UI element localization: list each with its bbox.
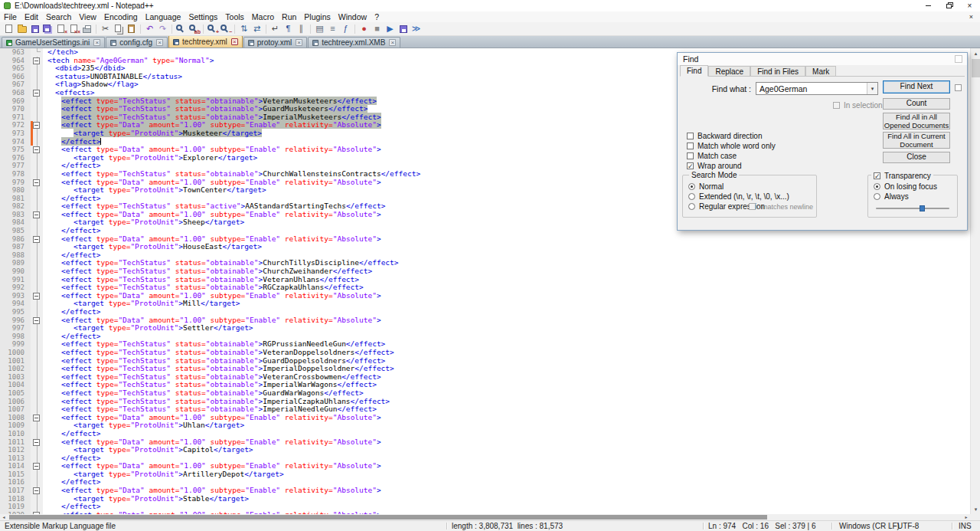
line-number[interactable]: 1002	[0, 365, 31, 373]
fold-margin[interactable]	[31, 405, 43, 414]
fold-collapse-icon[interactable]	[33, 317, 40, 324]
backward-direction-checkbox[interactable]	[687, 133, 694, 139]
scroll-down-icon[interactable]: ▾	[971, 504, 980, 514]
show-indent-guide-button[interactable]: ∥	[295, 23, 308, 35]
fold-margin[interactable]	[31, 146, 43, 154]
close-find-button[interactable]: Close	[883, 152, 950, 163]
fold-margin[interactable]	[31, 227, 43, 235]
line-number[interactable]: 980	[0, 186, 31, 195]
zoom-out-button[interactable]: −	[219, 23, 232, 35]
code-text[interactable]: <target type="ProtoUnit">Uhlan</target>	[43, 421, 970, 430]
tab-close-icon[interactable]: ×	[156, 39, 163, 46]
line-number[interactable]: 995	[0, 308, 31, 316]
line-number[interactable]: 975	[0, 146, 31, 154]
fold-margin[interactable]	[31, 421, 43, 430]
search-mode-radio[interactable]	[688, 203, 695, 210]
line-number[interactable]: 1019	[0, 503, 31, 511]
line-number[interactable]: 968	[0, 89, 31, 97]
find-tab-find-in-files[interactable]: Find in Files	[750, 66, 805, 76]
fold-margin[interactable]	[31, 470, 43, 479]
fold-margin[interactable]	[31, 64, 43, 73]
print-button[interactable]	[80, 23, 93, 35]
line-number[interactable]: 987	[0, 243, 31, 251]
line-number[interactable]: 1003	[0, 373, 31, 382]
tab-config.cfg[interactable]: config.cfg×	[106, 37, 168, 48]
fold-margin[interactable]	[31, 186, 43, 195]
line-number[interactable]: 976	[0, 154, 31, 162]
code-line[interactable]: 987<target type="ProtoUnit">HouseEast</t…	[0, 243, 970, 251]
line-number[interactable]: 978	[0, 170, 31, 179]
fold-margin[interactable]	[31, 462, 43, 470]
menu-help[interactable]: ?	[371, 11, 383, 22]
line-number[interactable]: 989	[0, 259, 31, 267]
line-number[interactable]: 1018	[0, 495, 31, 503]
fold-margin[interactable]	[31, 105, 43, 113]
tab-close-icon[interactable]: ×	[93, 39, 100, 46]
tab-close-icon[interactable]: ×	[389, 39, 396, 46]
transparency-radio[interactable]	[874, 193, 880, 200]
fold-margin[interactable]	[31, 381, 43, 389]
line-number[interactable]: 963	[0, 48, 31, 57]
menu-file[interactable]: File	[0, 11, 21, 22]
fold-margin[interactable]	[31, 138, 43, 146]
fold-margin[interactable]	[31, 154, 43, 162]
line-number[interactable]: 1009	[0, 421, 31, 430]
line-number[interactable]: 1017	[0, 487, 31, 495]
menu-search[interactable]: Search	[42, 11, 75, 22]
fold-margin[interactable]	[31, 357, 43, 365]
combo-dropdown-icon[interactable]: ▾	[867, 83, 877, 94]
tab-gameusersettings.ini[interactable]: GameUserSettings.ini×	[2, 37, 105, 48]
vertical-scrollbar-thumb[interactable]	[972, 59, 980, 77]
code-text[interactable]: <target type="ProtoUnit">Stable</target>	[43, 495, 970, 503]
fold-margin[interactable]	[31, 259, 43, 267]
line-number[interactable]: 994	[0, 300, 31, 308]
close-document-icon[interactable]: ×	[962, 13, 980, 21]
find-tab-mark[interactable]: Mark	[805, 66, 836, 76]
slider-thumb[interactable]	[920, 205, 925, 211]
menu-edit[interactable]: Edit	[21, 11, 42, 22]
line-number[interactable]: 996	[0, 316, 31, 325]
menu-run[interactable]: Run	[278, 11, 300, 22]
fold-margin[interactable]	[31, 89, 43, 97]
matches-newline-checkbox[interactable]	[749, 203, 756, 210]
fold-margin[interactable]	[31, 398, 43, 406]
status-eol-format[interactable]: Windows (CR LF)	[839, 522, 900, 530]
run-macro-multiple-times-button[interactable]: ≫	[410, 23, 423, 35]
code-line[interactable]: 1015<target type="ProtoUnit">ArtilleryDe…	[0, 470, 970, 479]
cut-button[interactable]: ✂	[99, 23, 112, 35]
horizontal-scrollbar[interactable]: ◂ ▸	[0, 514, 970, 520]
line-number[interactable]: 999	[0, 340, 31, 349]
line-number[interactable]: 1007	[0, 405, 31, 414]
fold-collapse-icon[interactable]	[33, 90, 40, 97]
line-number[interactable]: 970	[0, 105, 31, 113]
fold-margin[interactable]	[31, 162, 43, 170]
menu-macro[interactable]: Macro	[248, 11, 278, 22]
fold-margin[interactable]	[31, 349, 43, 357]
line-number[interactable]: 997	[0, 324, 31, 333]
fold-margin[interactable]	[31, 57, 43, 65]
fold-collapse-icon[interactable]	[33, 463, 40, 470]
line-number[interactable]: 972	[0, 121, 31, 129]
fold-margin[interactable]	[31, 284, 43, 292]
fold-margin[interactable]	[31, 195, 43, 203]
save-button[interactable]	[28, 23, 41, 35]
copy-button[interactable]	[112, 23, 125, 35]
fold-collapse-icon[interactable]	[33, 487, 40, 494]
transparency-radio[interactable]	[874, 183, 880, 190]
find-all-current-button[interactable]: Find All in Current Document	[883, 132, 950, 149]
find-button[interactable]	[175, 23, 188, 35]
close-document-button[interactable]: ×	[54, 23, 67, 35]
line-number[interactable]: 971	[0, 113, 31, 122]
code-text[interactable]: <target type="ProtoUnit">Settler</target…	[43, 324, 970, 333]
fold-margin[interactable]	[31, 170, 43, 179]
status-insert-mode[interactable]: INS	[959, 522, 972, 530]
code-text[interactable]: <target type="ProtoUnit">Mill</target>	[43, 300, 970, 308]
fold-margin[interactable]	[31, 113, 43, 122]
line-number[interactable]: 985	[0, 227, 31, 235]
show-all-characters-button[interactable]: ¶	[282, 23, 295, 35]
fold-margin[interactable]	[31, 495, 43, 503]
fold-margin[interactable]	[31, 129, 43, 138]
redo-button[interactable]: ↷	[156, 23, 169, 35]
document-map-button[interactable]: ▤	[313, 23, 326, 35]
line-number[interactable]: 964	[0, 57, 31, 65]
